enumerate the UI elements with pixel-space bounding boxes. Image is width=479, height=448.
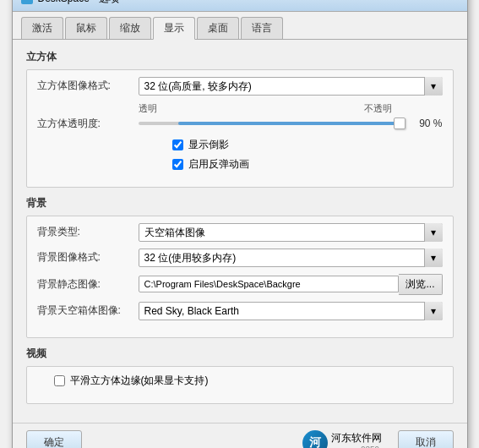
bg-format-row: 背景图像格式: 32 位(使用较多内存) 16 位(使用较少内存) ▾ <box>37 249 443 267</box>
watermark-name: 河东软件网 <box>331 431 390 445</box>
bounce-row: 启用反弹动画 <box>172 157 443 172</box>
bg-type-control: 天空箱体图像 纯色 图像 ▾ <box>139 223 443 242</box>
cube-format-control: 32 位(高质量, 较多内存) 16 位(低质量, 较少内存) ▾ <box>139 77 443 96</box>
bg-static-row: 背景静态图像: 浏览... <box>37 274 443 295</box>
tab-zoom[interactable]: 缩放 <box>109 17 151 39</box>
watermark-url: www.pc0359.cn <box>331 445 390 449</box>
transparency-value: 90 % <box>419 117 442 129</box>
transparency-slider-fill <box>178 122 404 125</box>
tab-activate[interactable]: 激活 <box>21 17 63 39</box>
cube-section: 立方体图像格式: 32 位(高质量, 较多内存) 16 位(低质量, 较少内存)… <box>26 69 454 188</box>
bg-format-dropdown-wrapper: 32 位(使用较多内存) 16 位(使用较少内存) ▾ <box>139 249 443 267</box>
watermark-text: 河东软件网 www.pc0359.cn <box>331 431 390 449</box>
smooth-label: 平滑立方体边缘(如果显卡支持) <box>70 374 209 388</box>
shadow-checkbox[interactable] <box>172 139 183 150</box>
transparency-label: 立方体透明度: <box>37 117 139 131</box>
bounce-checkbox[interactable] <box>172 159 183 170</box>
bg-skybox-row: 背景天空箱体图像: Red Sky, Black Earth Blue Sky … <box>37 302 443 320</box>
bg-skybox-label: 背景天空箱体图像: <box>37 303 139 318</box>
bg-format-control: 32 位(使用较多内存) 16 位(使用较少内存) ▾ <box>139 249 443 267</box>
bg-static-input[interactable] <box>139 276 400 292</box>
content-area: 立方体 立方体图像格式: 32 位(高质量, 较多内存) 16 位(低质量, 较… <box>13 40 467 423</box>
cube-format-row: 立方体图像格式: 32 位(高质量, 较多内存) 16 位(低质量, 较少内存)… <box>37 77 443 96</box>
transparency-left-label: 透明 <box>139 102 157 115</box>
bg-section-title: 背景 <box>26 196 454 210</box>
bg-skybox-select[interactable]: Red Sky, Black Earth Blue Sky Night Sky <box>139 302 443 320</box>
transparency-slider-container: 90 % <box>139 117 443 129</box>
bg-type-label: 背景类型: <box>37 225 139 239</box>
watermark-logo: 河 <box>302 430 328 449</box>
transparency-row: 立方体透明度: 90 % <box>37 117 443 131</box>
bg-section: 背景类型: 天空箱体图像 纯色 图像 ▾ 背景图像格式: <box>26 216 454 338</box>
transparency-right-label: 不透明 <box>364 102 392 115</box>
watermark: 河 河东软件网 www.pc0359.cn <box>302 430 390 449</box>
shadow-row: 显示倒影 <box>172 138 443 152</box>
transparency-labels: 透明 不透明 <box>139 102 392 115</box>
bg-static-label: 背景静态图像: <box>37 277 139 292</box>
cube-section-title: 立方体 <box>26 50 454 64</box>
tab-bar: 激活 鼠标 缩放 显示 桌面 语言 <box>13 12 467 40</box>
footer-right: 河 河东软件网 www.pc0359.cn 取消 <box>302 430 453 449</box>
confirm-button[interactable]: 确定 <box>26 430 82 448</box>
bg-type-select[interactable]: 天空箱体图像 纯色 图像 <box>139 223 443 242</box>
bg-skybox-control: Red Sky, Black Earth Blue Sky Night Sky … <box>139 302 443 320</box>
smooth-row: 平滑立方体边缘(如果显卡支持) <box>54 374 443 388</box>
bg-format-select[interactable]: 32 位(使用较多内存) 16 位(使用较少内存) <box>139 249 443 267</box>
window-title: DeskSpace - 选项 <box>38 0 119 6</box>
tab-language[interactable]: 语言 <box>241 17 283 39</box>
cube-format-label: 立方体图像格式: <box>37 79 139 93</box>
cube-format-dropdown-wrapper: 32 位(高质量, 较多内存) 16 位(低质量, 较少内存) ▾ <box>139 77 443 96</box>
bg-static-control: 浏览... <box>139 274 443 295</box>
bg-skybox-dropdown-wrapper: Red Sky, Black Earth Blue Sky Night Sky … <box>139 302 443 320</box>
app-icon <box>21 0 33 4</box>
cube-format-select[interactable]: 32 位(高质量, 较多内存) 16 位(低质量, 较少内存) <box>139 77 443 96</box>
cancel-button[interactable]: 取消 <box>398 430 454 448</box>
video-section: 平滑立方体边缘(如果显卡支持) <box>26 366 454 404</box>
bg-type-row: 背景类型: 天空箱体图像 纯色 图像 ▾ <box>37 223 443 242</box>
footer: 确定 河 河东软件网 www.pc0359.cn 取消 <box>13 423 467 449</box>
browse-button[interactable]: 浏览... <box>399 274 442 295</box>
main-window: DeskSpace - 选项 激活 鼠标 缩放 显示 桌面 语言 立方体 立方体… <box>12 0 468 448</box>
transparency-slider-track[interactable] <box>139 122 405 125</box>
video-section-title: 视频 <box>26 347 454 361</box>
tab-display[interactable]: 显示 <box>153 17 195 40</box>
tab-desktop[interactable]: 桌面 <box>197 17 239 39</box>
bg-type-dropdown-wrapper: 天空箱体图像 纯色 图像 ▾ <box>139 223 443 242</box>
tab-mouse[interactable]: 鼠标 <box>65 17 107 39</box>
transparency-slider-thumb[interactable] <box>394 117 406 129</box>
bg-format-label: 背景图像格式: <box>37 250 139 265</box>
shadow-label: 显示倒影 <box>188 138 229 152</box>
bounce-label: 启用反弹动画 <box>188 157 249 172</box>
smooth-checkbox[interactable] <box>54 375 65 386</box>
title-bar: DeskSpace - 选项 <box>13 0 467 12</box>
